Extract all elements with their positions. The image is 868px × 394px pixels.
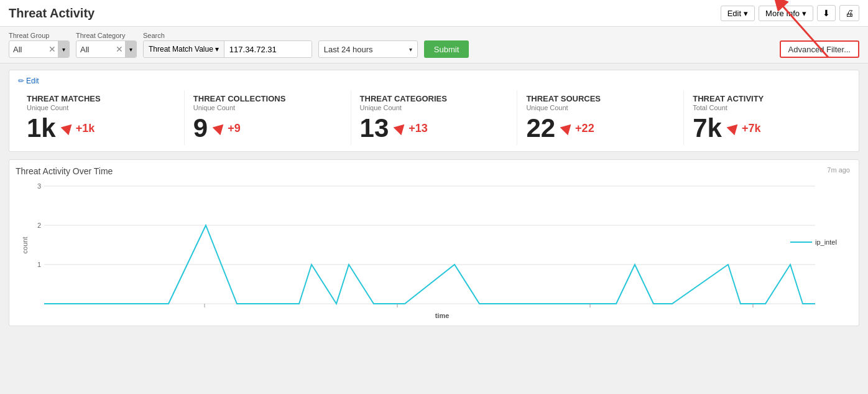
search-label: Search (143, 32, 312, 39)
arrow-up-icon3 (394, 121, 407, 135)
more-info-button[interactable]: More Info ▾ (759, 6, 813, 21)
download-icon: ⬇ (823, 8, 830, 18)
y-axis-label: count (21, 237, 29, 254)
print-icon: 🖨 (845, 8, 854, 18)
legend-label: ip_intel (815, 238, 837, 246)
stat-threat-collections: THREAT COLLECTIONS Unique Count 9 +9 (185, 90, 351, 145)
stat-threat-activity-change: +7k (727, 121, 761, 135)
threat-group-filter: Threat Group All ✕ ▾ (9, 32, 70, 58)
stat-threat-sources-value-row: 22 +22 (526, 115, 675, 141)
stat-threat-sources: THREAT SOURCES Unique Count 22 +22 (517, 90, 684, 145)
arrow-up-icon2 (213, 121, 226, 135)
stat-threat-sources-change: +22 (560, 121, 594, 135)
stat-threat-matches-change: +1k (61, 121, 95, 135)
edit-link[interactable]: ✏ Edit (18, 77, 850, 85)
stat-threat-collections-value: 9 (193, 115, 208, 141)
print-button[interactable]: 🖨 (839, 5, 859, 21)
search-type-button[interactable]: Threat Match Value ▾ (144, 41, 224, 57)
threat-category-clear-button[interactable]: ✕ (114, 45, 125, 54)
chevron-down-icon4: ▾ (409, 46, 412, 53)
more-info-label: More Info (765, 9, 800, 18)
x-axis-label: time (34, 312, 850, 319)
stat-threat-categories-title: THREAT CATEGORIES (360, 94, 509, 103)
threat-category-dropdown-button[interactable]: ▾ (125, 41, 136, 57)
svg-text:12:00 AM: 12:00 AM (577, 310, 603, 311)
stat-threat-categories-change: +13 (394, 121, 428, 135)
edit-link-label: Edit (26, 77, 39, 85)
stat-threat-categories: THREAT CATEGORIES Unique Count 13 +13 (351, 90, 518, 145)
chart-title: Threat Activity Over Time (16, 166, 113, 176)
svg-marker-1 (61, 121, 75, 135)
svg-marker-2 (213, 121, 226, 135)
stat-threat-matches-value-row: 1k +1k (27, 115, 175, 141)
svg-text:6:00 PM: 6:00 PM (386, 310, 409, 311)
stat-threat-collections-subtitle: Unique Count (193, 104, 342, 111)
stats-panel: ✏ Edit THREAT MATCHES Unique Count 1k +1… (9, 70, 859, 152)
stat-threat-activity: THREAT ACTIVITY Total Count 7k +7k (684, 90, 850, 145)
stat-threat-sources-title: THREAT SOURCES (526, 94, 675, 103)
edit-button[interactable]: Edit ▾ (721, 6, 755, 21)
edit-label: Edit (727, 9, 741, 18)
chart-header: Threat Activity Over Time 7m ago (16, 166, 850, 176)
stat-threat-collections-title: THREAT COLLECTIONS (193, 94, 342, 103)
stat-threat-matches-subtitle: Unique Count (27, 104, 175, 111)
arrow-up-icon4 (560, 121, 574, 135)
filter-bar: Threat Group All ✕ ▾ Threat Category All… (0, 27, 868, 63)
time-range-value: Last 24 hours (324, 45, 373, 54)
stat-threat-activity-subtitle: Total Count (693, 104, 841, 111)
advanced-filter-button[interactable]: Advanced Filter... (780, 40, 859, 58)
page-header: Threat Activity Edit ▾ More Info ▾ ⬇ 🖨 (0, 0, 868, 27)
threat-group-value: All (9, 41, 47, 57)
svg-marker-4 (560, 121, 574, 135)
arrow-up-icon5 (727, 121, 741, 135)
svg-text:2: 2 (37, 222, 41, 229)
stat-threat-categories-value: 13 (360, 115, 389, 141)
arrow-up-icon (61, 121, 75, 135)
stat-threat-collections-change: +9 (213, 121, 241, 135)
chevron-down-icon3: ▾ (215, 45, 219, 54)
threat-category-value: All (76, 41, 114, 57)
stat-threat-activity-value-row: 7k +7k (693, 115, 841, 141)
header-actions: Edit ▾ More Info ▾ ⬇ 🖨 (721, 5, 859, 21)
stat-threat-sources-subtitle: Unique Count (526, 104, 675, 111)
stats-row: THREAT MATCHES Unique Count 1k +1k THREA… (18, 90, 850, 145)
search-type-label: Threat Match Value (149, 45, 213, 54)
threat-group-select[interactable]: All ✕ ▾ (9, 40, 70, 58)
stat-threat-activity-title: THREAT ACTIVITY (693, 94, 841, 103)
chart-timestamp: 7m ago (827, 166, 850, 174)
threat-group-label: Threat Group (9, 32, 70, 39)
search-input[interactable] (224, 41, 312, 57)
main-content: ✏ Edit THREAT MATCHES Unique Count 1k +1… (0, 63, 868, 332)
threat-category-select[interactable]: All ✕ ▾ (76, 40, 137, 58)
chevron-down-icon2: ▾ (802, 9, 806, 18)
threat-group-clear-button[interactable]: ✕ (47, 45, 58, 54)
page-title: Threat Activity (9, 6, 95, 21)
svg-text:3: 3 (37, 182, 41, 190)
chart-svg: 3 2 1 12:00 PM Mon Apr 27 2015 6:00 PM (34, 180, 850, 311)
stat-threat-collections-value-row: 9 +9 (193, 115, 342, 141)
svg-text:6:00 AM: 6:00 AM (742, 310, 765, 311)
chart-panel: Threat Activity Over Time 7m ago count 3… (9, 159, 859, 326)
svg-marker-3 (394, 121, 407, 135)
pencil-icon: ✏ (18, 77, 24, 85)
search-filter: Search Threat Match Value ▾ (143, 32, 312, 58)
threat-category-filter: Threat Category All ✕ ▾ (76, 32, 137, 58)
svg-text:12:00 PM: 12:00 PM (192, 310, 218, 311)
threat-category-label: Threat Category (76, 32, 137, 39)
stat-threat-matches: THREAT MATCHES Unique Count 1k +1k (18, 90, 185, 145)
time-range-filter: Last 24 hours ▾ (318, 32, 418, 58)
chevron-down-icon: ▾ (744, 9, 748, 18)
svg-marker-5 (727, 121, 741, 135)
stat-threat-categories-subtitle: Unique Count (360, 104, 509, 111)
stat-threat-categories-value-row: 13 +13 (360, 115, 509, 141)
time-range-label (318, 32, 418, 39)
time-range-select[interactable]: Last 24 hours ▾ (318, 40, 418, 58)
download-button[interactable]: ⬇ (817, 5, 836, 21)
threat-group-dropdown-button[interactable]: ▾ (58, 41, 69, 57)
submit-button[interactable]: Submit (424, 40, 469, 58)
stat-threat-activity-value: 7k (693, 115, 722, 141)
stat-threat-matches-title: THREAT MATCHES (27, 94, 175, 103)
search-input-group: Threat Match Value ▾ (143, 40, 312, 58)
stat-threat-sources-value: 22 (526, 115, 555, 141)
svg-text:1: 1 (37, 261, 41, 268)
